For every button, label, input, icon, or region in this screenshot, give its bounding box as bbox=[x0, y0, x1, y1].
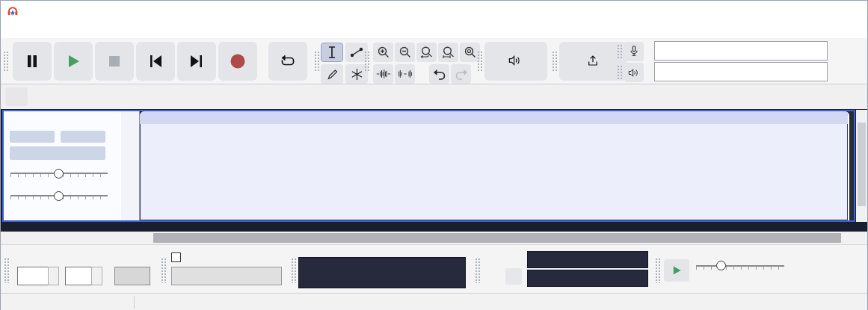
zoom-toggle-icon bbox=[464, 46, 477, 59]
spinner-down-icon[interactable] bbox=[92, 276, 102, 285]
silence-audio-button[interactable] bbox=[395, 64, 415, 84]
record-button[interactable] bbox=[218, 42, 257, 81]
selection-toolbar-grabber[interactable] bbox=[475, 258, 480, 283]
time-signature-lower-dropdown[interactable] bbox=[114, 267, 150, 285]
selection-tool-button[interactable] bbox=[321, 43, 343, 62]
playback-meter[interactable] bbox=[654, 62, 828, 81]
spinner-up-icon[interactable] bbox=[92, 267, 102, 276]
scroll-left-icon[interactable] bbox=[140, 232, 153, 244]
zoom-fit-icon bbox=[442, 46, 455, 59]
stop-button[interactable] bbox=[95, 42, 134, 81]
zoom-out-button[interactable] bbox=[395, 43, 415, 62]
audio-setup-icon bbox=[508, 55, 525, 66]
tools-toolbar-grabber[interactable] bbox=[314, 51, 319, 72]
horizontal-scrollbar[interactable] bbox=[1, 232, 867, 244]
zoom-to-selection-button[interactable] bbox=[416, 43, 437, 62]
effects-button[interactable] bbox=[10, 146, 105, 160]
audio-track bbox=[2, 110, 855, 222]
zoom-in-button[interactable] bbox=[373, 43, 393, 62]
undo-icon bbox=[433, 68, 446, 80]
gain-slider-knob[interactable] bbox=[54, 169, 64, 179]
horizontal-scrollbar-thumb[interactable] bbox=[153, 233, 841, 243]
trim-audio-icon bbox=[376, 67, 391, 81]
redo-button[interactable] bbox=[451, 64, 471, 84]
trim-audio-button[interactable] bbox=[373, 64, 393, 84]
audacity-logo-icon bbox=[7, 5, 19, 17]
skip-to-start-button[interactable] bbox=[136, 42, 175, 81]
speaker-icon bbox=[628, 67, 640, 78]
record-meter[interactable] bbox=[654, 41, 828, 61]
time-signature-upper-input[interactable] bbox=[65, 267, 92, 285]
time-toolbar-grabber[interactable] bbox=[4, 258, 9, 283]
track-control-panel bbox=[4, 111, 121, 220]
record-meter-mic-button[interactable] bbox=[624, 42, 644, 61]
record-meter-grabber[interactable] bbox=[617, 44, 622, 59]
timeline-options-button[interactable] bbox=[5, 87, 28, 106]
skip-to-end-button[interactable] bbox=[177, 42, 216, 81]
audio-clip[interactable] bbox=[140, 111, 849, 220]
vertical-ruler[interactable] bbox=[121, 111, 140, 220]
play-at-speed-icon bbox=[671, 265, 682, 276]
snap-interval-dropdown[interactable] bbox=[171, 267, 282, 285]
vertical-scrollbar[interactable] bbox=[856, 110, 867, 222]
playback-meter-grabber[interactable] bbox=[617, 65, 622, 80]
zoom-selection-icon bbox=[420, 46, 434, 59]
time-signature-spinner[interactable] bbox=[91, 267, 102, 285]
transport-toolbar-grabber[interactable] bbox=[3, 51, 8, 72]
speed-slider-ticks bbox=[696, 267, 784, 270]
audio-setup-toolbar-grabber[interactable] bbox=[477, 51, 482, 72]
spinner-up-icon[interactable] bbox=[49, 267, 58, 276]
speed-slider-knob[interactable] bbox=[716, 261, 726, 270]
time-display[interactable] bbox=[298, 257, 466, 288]
bottom-toolbar-dock bbox=[1, 244, 867, 293]
redo-icon bbox=[455, 68, 468, 80]
selection-options-button[interactable] bbox=[505, 268, 522, 285]
close-button[interactable] bbox=[833, 1, 867, 22]
timeline-ruler[interactable] bbox=[1, 84, 867, 109]
maximize-button[interactable] bbox=[798, 1, 833, 22]
status-divider bbox=[134, 296, 135, 309]
snap-toolbar-grabber[interactable] bbox=[161, 258, 166, 283]
snap-checkbox[interactable] bbox=[171, 252, 181, 262]
title-bar bbox=[1, 1, 867, 22]
share-audio-icon bbox=[586, 54, 600, 67]
share-audio-toolbar-grabber[interactable] bbox=[552, 51, 557, 72]
draw-tool-button[interactable] bbox=[321, 64, 343, 84]
clip-title-bar[interactable] bbox=[140, 111, 848, 124]
loop-button[interactable] bbox=[268, 42, 307, 81]
edit-toolbar-grabber[interactable] bbox=[364, 51, 369, 72]
scroll-down-icon[interactable] bbox=[856, 211, 867, 222]
status-bar bbox=[1, 293, 867, 310]
vertical-scrollbar-thumb[interactable] bbox=[858, 123, 866, 206]
scroll-up-icon[interactable] bbox=[856, 110, 867, 121]
solo-button[interactable] bbox=[61, 131, 105, 143]
time-display-grabber[interactable] bbox=[291, 258, 296, 283]
play-at-speed-button[interactable] bbox=[664, 259, 689, 282]
mute-button[interactable] bbox=[10, 131, 55, 143]
playback-meter-speaker-button[interactable] bbox=[624, 63, 644, 82]
scroll-right-icon[interactable] bbox=[843, 232, 855, 244]
multi-tool-icon bbox=[351, 68, 363, 81]
undo-button[interactable] bbox=[429, 64, 449, 84]
clip-area bbox=[140, 111, 854, 220]
selection-start-field[interactable] bbox=[527, 251, 648, 268]
fit-project-button[interactable] bbox=[438, 43, 458, 62]
play-at-speed-grabber[interactable] bbox=[655, 258, 660, 283]
minimize-button[interactable] bbox=[764, 1, 798, 22]
tempo-spinner[interactable] bbox=[48, 267, 59, 285]
toolbar-dock bbox=[1, 38, 867, 84]
skip-to-start-icon bbox=[147, 54, 164, 69]
tempo-input[interactable] bbox=[17, 267, 49, 285]
waveform[interactable] bbox=[140, 124, 848, 220]
play-button[interactable] bbox=[54, 42, 93, 81]
spinner-down-icon[interactable] bbox=[49, 276, 58, 285]
zoom-out-icon bbox=[398, 46, 412, 59]
zoom-in-icon bbox=[377, 46, 390, 59]
pan-slider-knob[interactable] bbox=[54, 191, 64, 201]
selection-end-field[interactable] bbox=[527, 270, 648, 287]
silence-audio-icon bbox=[398, 67, 413, 81]
pause-button[interactable] bbox=[13, 42, 52, 81]
play-icon bbox=[66, 54, 81, 69]
audio-setup-button[interactable] bbox=[484, 42, 547, 81]
skip-to-end-icon bbox=[188, 54, 205, 69]
